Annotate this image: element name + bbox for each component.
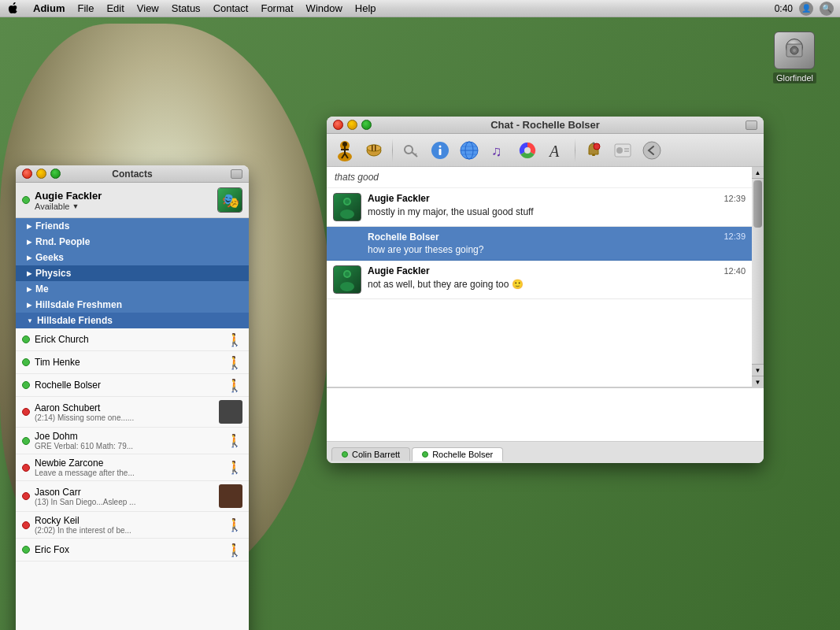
maximize-button[interactable]: [50, 169, 61, 179]
walk-icon: 🚶: [227, 517, 242, 533]
scroll-down-arrow-1[interactable]: ▼: [752, 364, 764, 376]
group-rnd-people[interactable]: Rnd. People: [16, 234, 249, 250]
rochelle-text: how are your theses going?: [368, 244, 746, 255]
contact-name: Aaron Schubert: [35, 402, 219, 413]
contact-rochelle-bolser[interactable]: Rochelle Bolser 🚶: [16, 374, 249, 397]
globe-toolbar-btn[interactable]: [456, 137, 483, 164]
contact-photo: [219, 400, 242, 424]
svg-text:A: A: [548, 143, 560, 160]
group-hillsdale-friends[interactable]: Hillsdale Friends: [16, 313, 249, 328]
message-rochelle: Rochelle Bolser 12:39 how are your these…: [327, 227, 752, 261]
group-hillsdale-freshmen[interactable]: Hillsdale Freshmen: [16, 297, 249, 313]
menu-format[interactable]: Format: [254, 0, 299, 17]
notification-toolbar-btn[interactable]: [580, 137, 607, 164]
scroll-up-arrow[interactable]: ▲: [752, 167, 764, 179]
status-dot: [22, 408, 30, 416]
svg-point-41: [345, 272, 350, 276]
svg-point-18: [439, 145, 442, 147]
svg-rect-19: [439, 149, 442, 155]
svg-text:♫: ♫: [491, 143, 502, 159]
group-geeks[interactable]: Geeks: [16, 250, 249, 265]
contact-name: Tim Henke: [35, 357, 227, 368]
glorfindel-disk-icon[interactable]: Glorfindel: [773, 32, 816, 83]
spotlight-icon[interactable]: 🔍: [820, 2, 834, 16]
status-arrow: ▼: [72, 202, 79, 210]
group-me[interactable]: Me: [16, 281, 249, 297]
person-toolbar-btn[interactable]: [331, 137, 358, 164]
contact-card-toolbar-btn[interactable]: [609, 137, 636, 164]
chat-title: Chat - Rochelle Bolser: [490, 119, 600, 131]
glorfindel-label: Glorfindel: [773, 72, 816, 83]
contact-jason-carr[interactable]: Jason Carr (13) In San Diego...Asleep ..…: [16, 481, 249, 512]
chat-maximize-button[interactable]: [361, 120, 372, 130]
status-dot: [22, 492, 30, 500]
scroll-thumb[interactable]: [753, 180, 762, 228]
message-header-3: Augie Fackler 12:40: [368, 265, 746, 276]
user-status-row[interactable]: Available ▼: [35, 202, 213, 211]
chat-body: thats good Augie Fackler 12:39 mostly in: [327, 167, 764, 387]
info-toolbar-btn[interactable]: [427, 137, 453, 164]
svg-point-42: [340, 282, 354, 291]
menu-file[interactable]: File: [71, 0, 100, 17]
key-toolbar-btn[interactable]: [398, 137, 424, 164]
contacts-titlebar: Contacts: [16, 165, 249, 183]
chat-minimize-button[interactable]: [347, 120, 357, 130]
walk-icon: 🚶: [227, 460, 242, 476]
contact-newbie-zarcone[interactable]: Newbie Zarcone Leave a message after the…: [16, 454, 249, 481]
back-toolbar-btn[interactable]: [638, 137, 665, 164]
instrument-toolbar-btn[interactable]: [361, 137, 387, 164]
close-button[interactable]: [22, 169, 32, 179]
contact-name: Eric Fox: [35, 544, 227, 555]
contact-info: Erick Church: [35, 334, 227, 345]
apple-menu[interactable]: [6, 2, 20, 16]
contact-name: Jason Carr: [35, 487, 219, 498]
chat-input-area[interactable]: [327, 387, 764, 441]
walk-icon: 🚶: [227, 377, 242, 393]
contact-joe-dohm[interactable]: Joe Dohm GRE Verbal: 610 Math: 79... 🚶: [16, 428, 249, 454]
contact-info: Tim Henke: [35, 357, 227, 368]
tab-rochelle-bolser[interactable]: Rochelle Bolser: [412, 447, 503, 461]
chat-messages: thats good Augie Fackler 12:39 mostly in: [327, 167, 752, 387]
contact-info: Joe Dohm GRE Verbal: 610 Math: 79...: [35, 431, 227, 450]
music-toolbar-btn[interactable]: ♫: [485, 137, 512, 164]
menu-window[interactable]: Window: [300, 0, 349, 17]
contact-status: (2:14) Missing some one......: [35, 413, 219, 422]
contact-erick-church[interactable]: Erick Church 🚶: [16, 328, 249, 351]
font-toolbar-btn[interactable]: A: [543, 137, 570, 164]
menu-status[interactable]: Status: [165, 0, 207, 17]
chat-input[interactable]: [330, 391, 760, 438]
tab-colin-barrett[interactable]: Colin Barrett: [331, 447, 410, 461]
contact-status: (2:02) In the interest of be...: [35, 526, 227, 535]
color-toolbar-btn[interactable]: [514, 137, 541, 164]
svg-point-38: [345, 199, 350, 204]
current-user-row: Augie Fackler Available ▼ 🎭: [16, 183, 249, 218]
minimize-button[interactable]: [36, 169, 46, 179]
zoom-button[interactable]: [231, 169, 242, 179]
chat-zoom-button[interactable]: [746, 120, 757, 130]
menu-help[interactable]: Help: [349, 0, 383, 17]
status-dot: [22, 521, 30, 529]
sender-name-1: Augie Fackler: [368, 193, 430, 204]
group-physics[interactable]: Physics: [16, 265, 249, 281]
user-status-dot: [22, 196, 30, 204]
status-dot: [22, 381, 30, 389]
contact-name: Rochelle Bolser: [35, 380, 227, 391]
menu-adium[interactable]: Adium: [27, 0, 71, 17]
menu-edit[interactable]: Edit: [100, 0, 130, 17]
menu-view[interactable]: View: [131, 0, 165, 17]
user-icon: 👤: [799, 2, 813, 16]
contact-aaron-schubert[interactable]: Aaron Schubert (2:14) Missing some one..…: [16, 397, 249, 428]
scroll-bottom-arrows: ▼ ▼: [752, 364, 764, 387]
contact-name: Joe Dohm: [35, 431, 227, 442]
disk-shape: [774, 32, 815, 69]
chat-close-button[interactable]: [333, 120, 343, 130]
messages-scrollbar[interactable]: ▲ ▼ ▼: [752, 167, 764, 387]
menu-contact[interactable]: Contact: [207, 0, 255, 17]
contact-eric-fox[interactable]: Eric Fox 🚶: [16, 539, 249, 561]
contacts-window: Contacts Augie Fackler Available ▼ 🎭 Fri…: [16, 165, 249, 630]
scroll-down-arrow-2[interactable]: ▼: [752, 376, 764, 387]
contact-tim-henke[interactable]: Tim Henke 🚶: [16, 351, 249, 374]
status-dot: [22, 464, 30, 472]
contact-rocky-keil[interactable]: Rocky Keil (2:02) In the interest of be.…: [16, 512, 249, 539]
group-friends[interactable]: Friends: [16, 218, 249, 234]
